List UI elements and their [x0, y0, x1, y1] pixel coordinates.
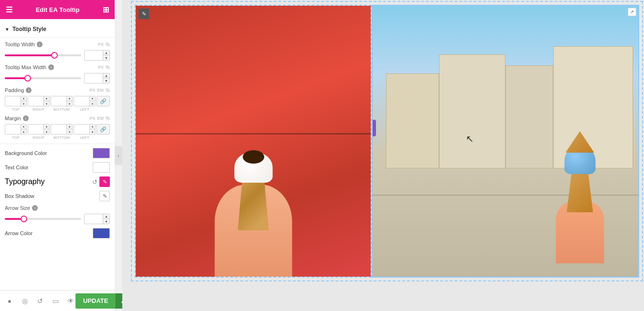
- tooltip-max-width-input[interactable]: 430: [85, 73, 103, 83]
- section-title-label: Tooltip Style: [12, 26, 46, 32]
- padding-info-icon[interactable]: i: [26, 87, 32, 93]
- left-panel-edit-icon[interactable]: ✎: [139, 9, 149, 19]
- margin-bottom-label: BOTTOM: [54, 135, 70, 140]
- toolbar-layers-icon[interactable]: ◎: [20, 296, 30, 306]
- margin-info-icon[interactable]: i: [23, 115, 29, 121]
- margin-link-button[interactable]: 🔗: [97, 124, 110, 135]
- tooltip-max-width-slider-row: 430 ▲ ▼: [0, 72, 115, 85]
- tooltip-width-label-wrap: Tooltip Width i: [5, 41, 43, 47]
- right-panel-resize-handle[interactable]: ↗: [628, 8, 636, 16]
- arrow-color-swatch[interactable]: [93, 228, 110, 238]
- padding-top-up[interactable]: ▲: [21, 96, 26, 101]
- sidebar-header: ☰ Edit EA Tooltip ⊞: [0, 0, 115, 19]
- padding-top-input[interactable]: [5, 96, 21, 106]
- tooltip-max-width-px-label: PX: [98, 65, 104, 70]
- padding-right-up[interactable]: ▲: [43, 96, 49, 101]
- ice-cream-cone-right: [543, 60, 617, 263]
- arrow-size-slider[interactable]: [5, 215, 81, 223]
- padding-left-up[interactable]: ▲: [89, 96, 95, 101]
- tooltip-width-input[interactable]: 330: [85, 51, 103, 60]
- tooltip-max-width-label: Tooltip Max Width: [5, 64, 46, 70]
- text-color-swatch[interactable]: [93, 162, 110, 173]
- margin-top-label: TOP: [12, 135, 20, 140]
- box-shadow-edit-button[interactable]: ✎: [99, 191, 110, 201]
- tooltip-max-width-spin-up[interactable]: ▲: [103, 73, 109, 78]
- background-color-swatch[interactable]: [93, 148, 110, 158]
- padding-top-label: TOP: [12, 107, 20, 112]
- margin-right-down[interactable]: ▼: [43, 129, 49, 135]
- arrow-color-label: Arrow Color: [5, 230, 32, 236]
- tooltip-width-label: Tooltip Width: [5, 41, 35, 47]
- background-color-row: Background Color: [0, 146, 115, 160]
- padding-left-label: LEFT: [80, 107, 89, 112]
- text-color-row: Text Color: [0, 160, 115, 175]
- padding-grid: ▲ ▼ TOP ▲ ▼ RIGHT: [0, 95, 115, 114]
- tooltip-max-width-label-wrap: Tooltip Max Width i: [5, 64, 54, 70]
- padding-bottom-input[interactable]: [51, 96, 66, 106]
- tooltip-width-spin-down[interactable]: ▼: [103, 55, 109, 61]
- margin-top-input[interactable]: [5, 124, 21, 134]
- tooltip-width-spin: ▲ ▼: [103, 50, 109, 61]
- text-color-label: Text Color: [5, 165, 29, 170]
- tooltip-max-width-spin-down[interactable]: ▼: [103, 78, 109, 83]
- margin-bottom-input[interactable]: [51, 124, 66, 134]
- padding-left-input[interactable]: [74, 96, 89, 106]
- margin-right-input[interactable]: [28, 124, 43, 134]
- margin-bottom-down[interactable]: ▼: [66, 129, 72, 135]
- tooltip-max-width-info-icon[interactable]: i: [48, 64, 54, 70]
- arrow-size-info-icon[interactable]: i: [32, 205, 38, 211]
- toolbar-eye-icon[interactable]: 👁: [66, 296, 75, 306]
- tooltip-width-input-wrap: 330 ▲ ▼: [84, 50, 110, 61]
- margin-top-down[interactable]: ▼: [21, 129, 26, 135]
- margin-bottom-up[interactable]: ▲: [66, 124, 72, 129]
- arrow-color-row: Arrow Color: [0, 226, 115, 240]
- section-arrow-icon: ▼: [5, 27, 10, 32]
- tooltip-max-width-input-wrap: 430 ▲ ▼: [84, 73, 110, 83]
- margin-grid: ▲ ▼ TOP ▲ ▼ RIGHT: [0, 123, 115, 142]
- tooltip-width-spin-up[interactable]: ▲: [103, 50, 109, 55]
- right-image-panel: ↗: [372, 5, 639, 278]
- padding-bottom-down[interactable]: ▼: [66, 101, 72, 106]
- toolbar-circle-icon[interactable]: ●: [5, 296, 14, 306]
- tooltip-box: This is the content of your Tooltip: [373, 120, 376, 136]
- typography-edit-button[interactable]: ✎: [99, 176, 110, 187]
- box-shadow-label: Box Shadow: [5, 193, 34, 199]
- hamburger-icon[interactable]: ☰: [6, 5, 12, 14]
- padding-top-cell: ▲ ▼ TOP: [5, 96, 27, 112]
- typography-row: Typography ↺ ✎: [0, 175, 115, 189]
- tooltip-width-slider[interactable]: [5, 52, 81, 59]
- margin-left-down[interactable]: ▼: [89, 129, 95, 135]
- tooltip-width-info-icon[interactable]: i: [37, 41, 43, 47]
- padding-right-down[interactable]: ▼: [43, 101, 49, 106]
- section-separator-1: [0, 37, 115, 38]
- typography-refresh-button[interactable]: ↺: [92, 178, 97, 186]
- tooltip-width-slider-row: 330 ▲ ▼: [0, 49, 115, 62]
- padding-link-button[interactable]: 🔗: [97, 96, 110, 106]
- grid-icon[interactable]: ⊞: [103, 5, 109, 14]
- padding-left-cell: ▲ ▼ LEFT: [74, 96, 96, 112]
- main-content: ✎ ↗: [122, 0, 644, 311]
- margin-right-up[interactable]: ▲: [43, 124, 49, 129]
- margin-top-up[interactable]: ▲: [21, 124, 26, 129]
- section-separator-2: [0, 144, 115, 144]
- margin-top-cell: ▲ ▼ TOP: [5, 124, 27, 140]
- padding-right-input[interactable]: [28, 96, 43, 106]
- toolbar-desktop-icon[interactable]: ▭: [51, 296, 60, 306]
- padding-bottom-up[interactable]: ▲: [66, 96, 72, 101]
- padding-left-down[interactable]: ▼: [89, 101, 95, 106]
- collapse-sidebar-button[interactable]: ‹: [115, 146, 122, 165]
- margin-units: PX EM %: [90, 116, 110, 121]
- tooltip-style-section[interactable]: ▼ Tooltip Style: [0, 23, 115, 35]
- arrow-size-spin-down[interactable]: ▼: [103, 219, 109, 224]
- padding-top-down[interactable]: ▼: [21, 101, 26, 106]
- padding-bottom-cell: ▲ ▼ BOTTOM: [51, 96, 73, 112]
- sidebar: ☰ Edit EA Tooltip ⊞ ▼ Tooltip Style Tool…: [0, 0, 115, 311]
- arrow-size-input[interactable]: 13: [85, 214, 103, 224]
- arrow-size-spin-up[interactable]: ▲: [103, 214, 109, 219]
- arrow-size-slider-row: 13 ▲ ▼: [0, 213, 115, 226]
- tooltip-max-width-slider[interactable]: [5, 74, 81, 82]
- margin-left-up[interactable]: ▲: [89, 124, 95, 129]
- update-button[interactable]: UPDATE: [75, 293, 116, 309]
- toolbar-refresh-icon[interactable]: ↺: [35, 296, 45, 306]
- margin-left-input[interactable]: [74, 124, 89, 134]
